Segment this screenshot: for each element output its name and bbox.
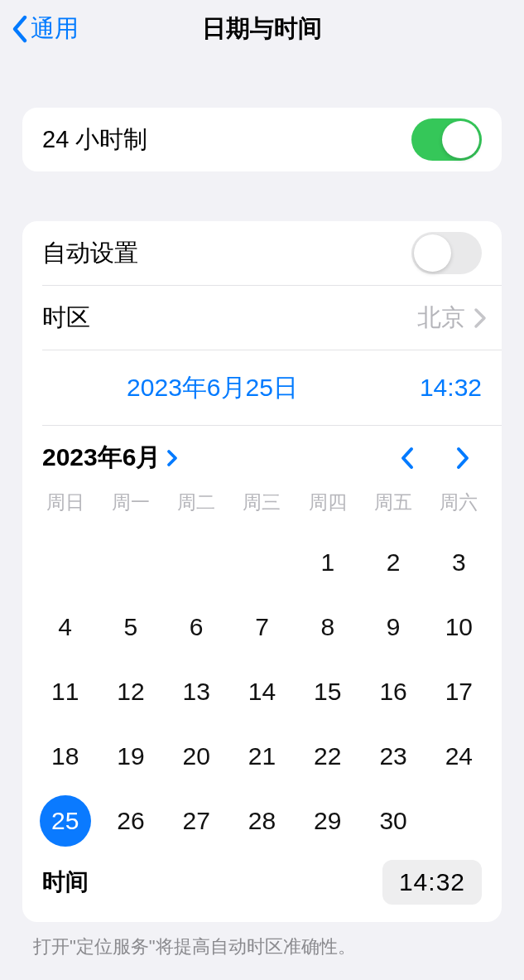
timezone-label: 时区 (42, 302, 90, 335)
calendar-day[interactable]: 3 (426, 530, 492, 595)
calendar-day[interactable]: 8 (295, 595, 360, 659)
weekday-header: 周日 (32, 490, 98, 515)
timezone-value: 北京 (417, 302, 465, 335)
calendar-day[interactable]: 24 (426, 724, 492, 789)
calendar-day[interactable]: 20 (164, 724, 229, 789)
page-title: 日期与时间 (202, 12, 322, 46)
back-label: 通用 (31, 12, 79, 46)
calendar-day[interactable]: 16 (360, 659, 425, 724)
month-picker[interactable]: 2023年6月 (42, 441, 179, 475)
calendar-day[interactable]: 9 (360, 595, 425, 659)
calendar-day[interactable]: 29 (295, 789, 360, 853)
weekday-header: 周五 (360, 490, 425, 515)
next-month-button[interactable] (443, 440, 482, 476)
calendar-day[interactable]: 27 (164, 789, 229, 853)
calendar-day[interactable]: 18 (32, 724, 98, 789)
calendar-day[interactable]: 12 (98, 659, 163, 724)
selected-time-display[interactable]: 14:32 (382, 374, 482, 402)
selected-date-display[interactable]: 2023年6月25日 (42, 371, 382, 405)
calendar-day[interactable]: 23 (360, 724, 425, 789)
calendar-day[interactable]: 1 (295, 530, 360, 595)
calendar-day[interactable]: 14 (229, 659, 295, 724)
timezone-row[interactable]: 时区 北京 (22, 286, 502, 350)
weekday-header: 周四 (295, 490, 360, 515)
24hour-label: 24 小时制 (42, 123, 147, 157)
footer-note: 打开"定位服务"将提高自动时区准确性。 (0, 922, 524, 959)
calendar-day[interactable]: 5 (98, 595, 163, 659)
day-empty (98, 530, 163, 595)
calendar-day[interactable]: 10 (426, 595, 492, 659)
day-empty (229, 530, 295, 595)
autoset-label: 自动设置 (42, 237, 138, 270)
chevron-right-icon (454, 446, 471, 471)
chevron-left-icon (11, 15, 28, 43)
calendar-day[interactable]: 25 (32, 789, 98, 853)
calendar-day[interactable]: 4 (32, 595, 98, 659)
calendar-day[interactable]: 15 (295, 659, 360, 724)
weekday-header: 周六 (426, 490, 492, 515)
back-button[interactable]: 通用 (0, 12, 79, 46)
calendar-day[interactable]: 19 (98, 724, 163, 789)
calendar-day[interactable]: 30 (360, 789, 425, 853)
weekday-header: 周一 (98, 490, 163, 515)
chevron-right-icon (166, 449, 179, 467)
calendar-day[interactable]: 6 (164, 595, 229, 659)
calendar-day[interactable]: 17 (426, 659, 492, 724)
time-label: 时间 (42, 867, 89, 898)
calendar-day[interactable]: 13 (164, 659, 229, 724)
chevron-right-icon (474, 307, 487, 329)
time-picker[interactable]: 14:32 (382, 860, 482, 905)
day-empty (32, 530, 98, 595)
weekday-header: 周三 (229, 490, 295, 515)
calendar-day[interactable]: 26 (98, 789, 163, 853)
calendar-day[interactable]: 22 (295, 724, 360, 789)
calendar-day[interactable]: 7 (229, 595, 295, 659)
calendar-day[interactable]: 2 (360, 530, 425, 595)
calendar-day[interactable]: 11 (32, 659, 98, 724)
weekday-header: 周二 (164, 490, 229, 515)
day-empty (164, 530, 229, 595)
chevron-left-icon (399, 446, 416, 471)
24hour-toggle[interactable] (411, 118, 482, 161)
prev-month-button[interactable] (387, 440, 426, 476)
calendar-day[interactable]: 21 (229, 724, 295, 789)
calendar-day[interactable]: 28 (229, 789, 295, 853)
autoset-toggle[interactable] (411, 232, 482, 274)
month-label: 2023年6月 (42, 441, 161, 475)
